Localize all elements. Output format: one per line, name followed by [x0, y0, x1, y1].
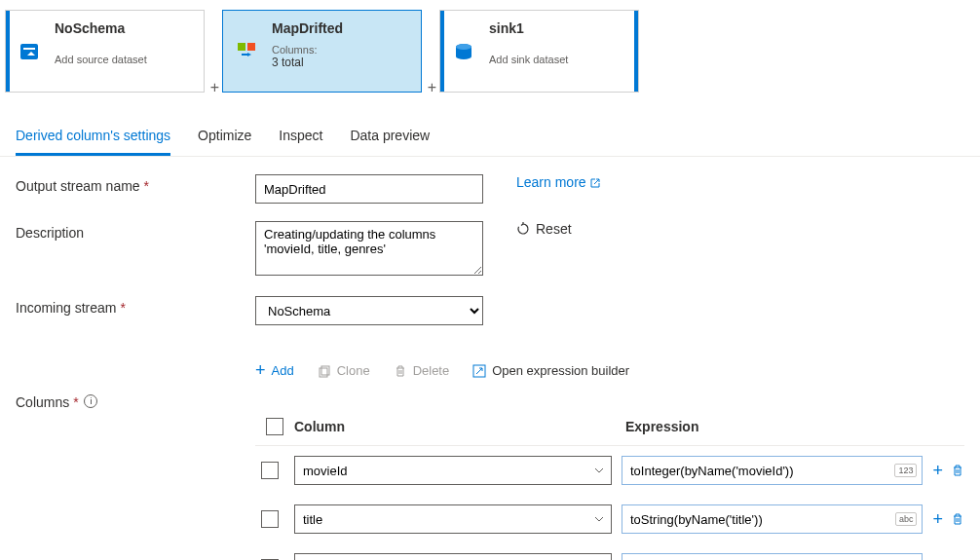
node-title: MapDrifted	[272, 20, 413, 36]
clone-button[interactable]: Clone	[318, 360, 370, 381]
svg-rect-7	[321, 366, 329, 375]
add-row-button[interactable]: +	[932, 461, 943, 481]
node-title: NoSchema	[55, 20, 196, 36]
table-row: 123 +	[255, 446, 964, 495]
node-bar	[440, 11, 444, 92]
type-badge: 123	[894, 464, 917, 477]
node-columns-count: 3 total	[272, 56, 413, 69]
learn-more-link[interactable]: Learn more	[516, 174, 601, 190]
columns-toolbar: +Add Clone Delete Open expression builde…	[240, 360, 980, 381]
incoming-stream-label: Incoming stream *	[16, 296, 255, 325]
add-after-derived[interactable]: +	[428, 79, 436, 96]
derived-column-node[interactable]: MapDrifted Columns: 3 total +	[222, 10, 422, 93]
table-row: abc +	[255, 495, 964, 543]
svg-rect-2	[238, 43, 245, 51]
description-input[interactable]	[255, 221, 483, 276]
source-node[interactable]: NoSchema Add source dataset +	[5, 10, 205, 93]
svg-rect-3	[247, 43, 255, 51]
svg-rect-0	[20, 44, 38, 59]
dataflow-graph: NoSchema Add source dataset + MapDrifted…	[0, 0, 980, 93]
columns-table: Column Expression 123 + abc +	[240, 410, 980, 560]
add-button[interactable]: +Add	[255, 360, 294, 381]
node-subtitle: Add source dataset	[55, 54, 196, 65]
expression-input[interactable]	[622, 553, 923, 560]
node-columns-label: Columns:	[272, 44, 413, 56]
svg-point-5	[456, 44, 471, 50]
header-expression: Expression	[625, 419, 964, 434]
settings-tabs: Derived column's settings Optimize Inspe…	[0, 120, 980, 157]
node-bar	[634, 11, 638, 92]
add-after-source[interactable]: +	[210, 79, 219, 96]
info-icon[interactable]: i	[84, 394, 97, 408]
add-row-button[interactable]: +	[932, 509, 943, 530]
tab-preview[interactable]: Data preview	[350, 120, 430, 156]
tab-optimize[interactable]: Optimize	[198, 120, 251, 156]
expression-input[interactable]	[622, 456, 923, 485]
columns-label: Columns * i	[0, 391, 240, 410]
select-all-checkbox[interactable]	[266, 418, 283, 435]
output-stream-input[interactable]	[255, 174, 483, 204]
output-stream-label: Output stream name *	[16, 174, 255, 204]
derived-column-icon	[233, 38, 260, 65]
sink-icon	[450, 38, 477, 65]
row-checkbox[interactable]	[261, 510, 279, 528]
open-expression-builder-button[interactable]: Open expression builder	[472, 360, 629, 381]
tab-settings[interactable]: Derived column's settings	[16, 120, 170, 156]
source-icon	[16, 38, 43, 65]
type-badge: abc	[895, 512, 918, 526]
tab-inspect[interactable]: Inspect	[279, 120, 322, 156]
delete-button[interactable]: Delete	[394, 360, 450, 381]
node-bar	[6, 11, 10, 92]
table-header: Column Expression	[255, 410, 964, 446]
column-name-input[interactable]	[294, 504, 612, 534]
settings-form: Output stream name * Learn more Descript…	[0, 157, 980, 360]
column-name-input[interactable]	[294, 456, 612, 485]
node-subtitle: Add sink dataset	[489, 54, 630, 65]
delete-row-button[interactable]	[951, 512, 964, 526]
header-column: Column	[294, 419, 625, 434]
column-name-input[interactable]	[294, 553, 612, 560]
sink-node[interactable]: sink1 Add sink dataset	[439, 10, 639, 93]
table-row: abc +	[255, 543, 964, 560]
svg-rect-1	[23, 48, 35, 50]
incoming-stream-select[interactable]: NoSchema	[255, 296, 483, 325]
svg-rect-6	[320, 368, 327, 377]
expression-input[interactable]	[622, 504, 923, 534]
delete-row-button[interactable]	[951, 464, 964, 477]
description-label: Description	[16, 221, 255, 279]
reset-button[interactable]: Reset	[516, 221, 572, 237]
row-checkbox[interactable]	[261, 462, 279, 479]
node-title: sink1	[489, 20, 630, 36]
